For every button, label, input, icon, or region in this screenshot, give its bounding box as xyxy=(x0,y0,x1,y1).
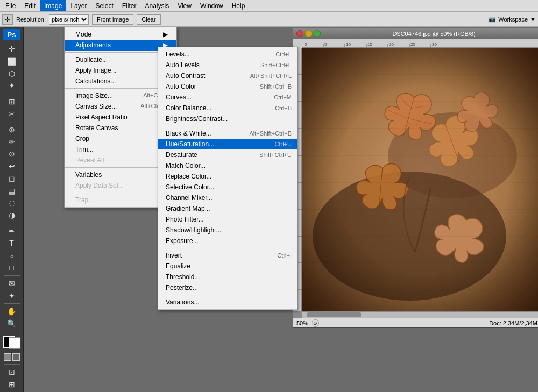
adj-auto-levels[interactable]: Auto Levels Shift+Ctrl+L xyxy=(158,60,297,70)
move-tool[interactable]: ✛ xyxy=(3,44,20,55)
adj-levels[interactable]: Levels... Ctrl+L xyxy=(158,49,297,60)
adj-posterize[interactable]: Posterize... xyxy=(158,282,297,293)
adj-auto-color[interactable]: Auto Color Shift+Ctrl+B xyxy=(158,81,297,92)
image-menu-mode[interactable]: Mode ▶ xyxy=(65,29,176,40)
crop-label: Crop xyxy=(75,135,89,142)
adj-match-color[interactable]: Match Color... xyxy=(158,160,297,171)
eraser-tool[interactable]: ◻ xyxy=(3,173,20,184)
dodge-tool[interactable]: ◑ xyxy=(3,210,20,221)
adj-curves[interactable]: Curves... Ctrl+M xyxy=(158,92,297,103)
type-tool[interactable]: T xyxy=(3,238,20,249)
resolution-label: Resolution: xyxy=(16,16,46,23)
lasso-tool[interactable]: ⬡ xyxy=(3,68,20,79)
apply-data-label: Apply Data Set... xyxy=(75,182,124,189)
color-balance-shortcut: Ctrl+B xyxy=(275,105,292,111)
match-color-label: Match Color... xyxy=(166,162,206,169)
resolution-select[interactable]: pixels/inch xyxy=(49,14,89,25)
background-color[interactable] xyxy=(9,337,20,349)
adj-replace-color[interactable]: Replace Color... xyxy=(158,171,297,182)
adj-channel-mixer[interactable]: Channel Mixer... xyxy=(158,193,297,203)
reveal-all-label: Reveal All xyxy=(75,156,104,164)
adj-hue-saturation[interactable]: Hue/Saturation... Ctrl+U xyxy=(158,139,297,149)
svg-text:15: 15 xyxy=(367,42,372,47)
svg-text:20: 20 xyxy=(389,42,394,47)
zoom-tool[interactable]: 🔍 xyxy=(3,318,20,330)
curves-label: Curves... xyxy=(166,94,192,101)
svg-text:5: 5 xyxy=(324,42,327,47)
svg-rect-53 xyxy=(302,48,538,311)
adj-auto-contrast[interactable]: Auto Contrast Alt+Shift+Ctrl+L xyxy=(158,70,297,81)
doc-minimize-button[interactable] xyxy=(305,30,312,37)
document-titlebar: DSC04746.jpg @ 50% (RGB/8) xyxy=(293,28,538,39)
mode-arrow-icon: ▶ xyxy=(163,31,168,38)
workspace-label[interactable]: Workspace xyxy=(498,16,528,23)
clear-button[interactable]: Clear xyxy=(137,14,160,25)
adj-threshold[interactable]: Threshold... xyxy=(158,272,297,282)
auto-contrast-shortcut: Alt+Shift+Ctrl+L xyxy=(250,73,292,79)
adj-section-4: Variations... xyxy=(158,295,297,310)
crop-tool[interactable]: ⊞ xyxy=(3,96,20,107)
menu-analysis[interactable]: Analysis xyxy=(140,0,173,11)
menu-select[interactable]: Select xyxy=(91,0,117,11)
horizontal-scrollbar[interactable] xyxy=(302,311,538,318)
adj-desaturate[interactable]: Desaturate Shift+Ctrl+U xyxy=(158,149,297,160)
adj-color-balance[interactable]: Color Balance... Ctrl+B xyxy=(158,103,297,113)
path-selection-tool[interactable]: ⬦ xyxy=(3,250,20,261)
toolbar-divider-5 xyxy=(4,303,20,304)
auto-color-shortcut: Shift+Ctrl+B xyxy=(260,83,292,90)
healing-brush-tool[interactable]: ⊕ xyxy=(3,124,20,136)
eyedropper-tool[interactable]: ✦ xyxy=(3,290,20,302)
left-toolbar: Ps ✛ ⬜ ⬡ ✦ ⊞ ✂ ⊕ ✏ ⊙ ↩ ◻ ▦ ◌ ◑ ✒ T ⬦ □ ✉… xyxy=(0,27,24,392)
auto-levels-shortcut: Shift+Ctrl+L xyxy=(260,62,292,68)
adj-invert[interactable]: Invert Ctrl+I xyxy=(158,250,297,261)
menu-file[interactable]: File xyxy=(1,0,20,11)
adj-gradient-map[interactable]: Gradient Map... xyxy=(158,203,297,214)
menu-window[interactable]: Window xyxy=(196,0,228,11)
adj-exposure[interactable]: Exposure... xyxy=(158,236,297,246)
menu-layer[interactable]: Layer xyxy=(66,0,91,11)
front-image-button[interactable]: Front Image xyxy=(92,14,133,25)
menu-edit[interactable]: Edit xyxy=(20,0,40,11)
magic-wand-tool[interactable]: ✦ xyxy=(3,80,20,91)
standard-mode-btn[interactable] xyxy=(4,353,11,361)
jump-to-imageready[interactable]: ⊞ xyxy=(3,379,20,390)
doc-close-button[interactable] xyxy=(296,30,303,37)
doc-maximize-button[interactable] xyxy=(314,30,321,37)
move-tool-icon: ✛ xyxy=(2,14,13,25)
image-menu-adjustments-label: Adjustments xyxy=(75,41,111,49)
adj-shadow-highlight[interactable]: Shadow/Highlight... xyxy=(158,225,297,236)
photo-filter-label: Photo Filter... xyxy=(166,216,204,223)
canvas-image xyxy=(302,48,538,311)
adj-photo-filter[interactable]: Photo Filter... xyxy=(158,214,297,225)
menu-filter[interactable]: Filter xyxy=(118,0,141,11)
quick-mask-btn[interactable] xyxy=(12,353,20,361)
adj-black-white[interactable]: Black & White... Alt+Shift+Ctrl+B xyxy=(158,128,297,139)
menu-view[interactable]: View xyxy=(173,0,196,11)
menu-image[interactable]: Image xyxy=(40,0,66,11)
horizontal-scroll-thumb[interactable] xyxy=(307,312,361,317)
adj-equalize[interactable]: Equalize xyxy=(158,261,297,272)
toolbar-divider-6 xyxy=(4,332,20,332)
duplicate-label: Duplicate... xyxy=(75,56,108,63)
adj-brightness-contrast[interactable]: Brightness/Contrast... xyxy=(158,113,297,124)
menu-help[interactable]: Help xyxy=(228,0,250,11)
image-menu-mode-label: Mode xyxy=(75,31,91,38)
variables-label: Variables xyxy=(75,171,102,179)
clone-stamp-tool[interactable]: ⊙ xyxy=(3,148,20,160)
adj-variations[interactable]: Variations... xyxy=(158,297,297,308)
slice-tool[interactable]: ✂ xyxy=(3,108,20,119)
adj-selective-color[interactable]: Selective Color... xyxy=(158,182,297,193)
black-white-label: Black & White... xyxy=(166,130,211,137)
hand-tool[interactable]: ✋ xyxy=(3,306,20,317)
blur-tool[interactable]: ◌ xyxy=(3,197,20,209)
notes-tool[interactable]: ✉ xyxy=(3,278,20,289)
gradient-tool[interactable]: ▦ xyxy=(3,185,20,196)
adj-section-1: Levels... Ctrl+L Auto Levels Shift+Ctrl+… xyxy=(158,47,297,126)
screen-mode-btn[interactable]: ⊡ xyxy=(3,367,20,378)
zoom-icon[interactable]: ⊙ xyxy=(312,319,319,327)
marquee-tool[interactable]: ⬜ xyxy=(3,55,20,67)
brush-tool[interactable]: ✏ xyxy=(3,136,20,147)
pen-tool[interactable]: ✒ xyxy=(3,225,20,237)
shape-tool[interactable]: □ xyxy=(3,262,20,273)
history-brush-tool[interactable]: ↩ xyxy=(3,161,20,172)
